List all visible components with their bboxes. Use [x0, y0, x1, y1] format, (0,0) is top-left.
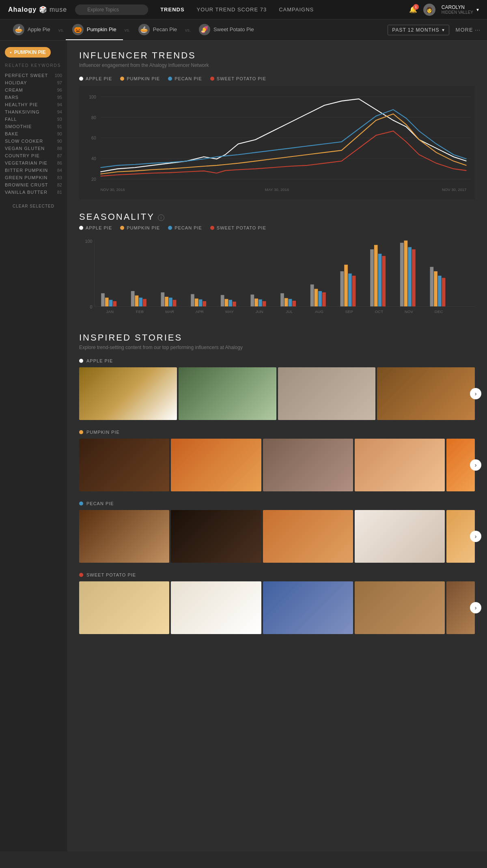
story-image[interactable]: [171, 439, 261, 491]
nav-trends[interactable]: TRENDS: [160, 6, 184, 13]
story-image[interactable]: [278, 367, 376, 420]
keyword-row[interactable]: VEGETARIAN PIE 86: [5, 159, 62, 167]
story-image[interactable]: [171, 581, 261, 634]
next-button-pumpkin[interactable]: ›: [470, 459, 481, 471]
more-button[interactable]: MORE ···: [456, 27, 481, 33]
tab-pumpkin-pie-img: 🎃: [72, 24, 84, 35]
influencer-trends-chart: 100 80 60 40 20 NOV 30, 2016 MAY 30, 201…: [79, 86, 475, 199]
story-image[interactable]: [79, 439, 169, 491]
next-button-sweet[interactable]: ›: [470, 602, 481, 613]
keyword-row[interactable]: BARS 95: [5, 94, 62, 101]
vs-label-1: vs.: [57, 28, 66, 32]
keyword-name: VANILLA BUTTER: [5, 190, 47, 195]
keyword-name: VEGETARIAN PIE: [5, 161, 47, 165]
svg-rect-55: [322, 292, 326, 306]
story-image[interactable]: [171, 510, 261, 563]
logo[interactable]: Ahalogy 🎲 muse: [8, 6, 67, 13]
svg-rect-32: [191, 294, 194, 306]
svg-rect-28: [165, 297, 168, 306]
svg-rect-35: [203, 301, 206, 306]
influencer-trends-title: INFLUENCER TRENDS: [79, 50, 475, 61]
bar-chart-svg: 100 0 JAN FEB: [79, 235, 475, 316]
notifications-bell[interactable]: 🔔 1: [409, 6, 417, 13]
svg-rect-38: [225, 299, 228, 306]
svg-text:MAR: MAR: [165, 309, 174, 314]
svg-rect-29: [169, 298, 172, 306]
keyword-row[interactable]: BROWNIE CRUST 82: [5, 181, 62, 189]
keyword-row[interactable]: BITTER PUMPKIN 84: [5, 167, 62, 174]
legend-label-pecan: PECAN PIE: [175, 76, 202, 81]
story-image[interactable]: [179, 367, 276, 420]
keyword-name: HOLIDAY: [5, 80, 27, 85]
next-button-pecan[interactable]: ›: [470, 531, 481, 542]
keyword-row[interactable]: VANILLA BUTTER 81: [5, 189, 62, 196]
keyword-name: FALL: [5, 117, 17, 122]
legend-dot-pumpkin: [120, 77, 124, 81]
svg-rect-67: [400, 243, 404, 306]
seas-label-pecan: PECAN PIE: [175, 225, 202, 230]
keyword-row[interactable]: HOLIDAY 97: [5, 79, 62, 86]
keyword-score: 87: [57, 153, 62, 158]
story-image[interactable]: [79, 581, 169, 634]
keyword-row[interactable]: HEALTHY PIE 94: [5, 101, 62, 108]
keyword-score: 86: [57, 161, 62, 165]
svg-rect-52: [310, 285, 314, 306]
svg-rect-23: [135, 296, 139, 306]
svg-rect-73: [434, 271, 437, 306]
info-icon[interactable]: i: [158, 214, 164, 221]
keyword-row[interactable]: BAKE 90: [5, 130, 62, 137]
story-images-sweet: ›: [79, 581, 475, 634]
tab-sweet-potato-pie[interactable]: 🍠 Sweet Potato Pie: [192, 19, 261, 40]
svg-text:20: 20: [91, 177, 96, 182]
next-button-apple[interactable]: ›: [470, 388, 481, 399]
story-image[interactable]: [79, 510, 169, 563]
story-image[interactable]: [263, 581, 353, 634]
keyword-row[interactable]: COUNTRY PIE 87: [5, 152, 62, 159]
keyword-row[interactable]: VEGAN GLUTEN 88: [5, 145, 62, 152]
seas-label-apple: APPLE PIE: [86, 225, 112, 230]
legend-apple-pie: APPLE PIE: [79, 76, 112, 81]
keyword-row[interactable]: PERFECT SWEET 100: [5, 72, 62, 79]
svg-text:NOV: NOV: [405, 309, 414, 314]
svg-rect-20: [113, 301, 116, 306]
nav-trend-score[interactable]: YOUR TREND SCORE 73: [197, 6, 267, 13]
svg-rect-58: [344, 265, 348, 306]
keyword-score: 91: [57, 124, 62, 129]
svg-text:JUN: JUN: [256, 309, 263, 314]
keyword-row[interactable]: GREEN PUMPKIN 83: [5, 174, 62, 181]
seas-legend-apple: APPLE PIE: [79, 225, 112, 230]
svg-rect-22: [131, 291, 135, 306]
story-image[interactable]: [263, 439, 353, 491]
story-image[interactable]: [79, 367, 177, 420]
search-input[interactable]: [75, 4, 148, 15]
story-images-apple: ›: [79, 367, 475, 420]
keyword-row[interactable]: FALL 93: [5, 116, 62, 123]
keyword-name: GREEN PUMPKIN: [5, 175, 47, 180]
tab-pecan-pie[interactable]: 🥧 Pecan Pie: [132, 19, 183, 40]
nav-campaigns[interactable]: CAMPAIGNS: [279, 6, 314, 13]
clear-selected-button[interactable]: CLEAR SELECTED: [5, 204, 62, 208]
tab-pumpkin-pie[interactable]: 🎃 Pumpkin Pie: [66, 19, 123, 40]
time-filter[interactable]: PAST 12 MONTHS ▾: [388, 25, 449, 35]
user-info[interactable]: CAROLYN HIDDEN VALLEY ▾: [442, 4, 479, 15]
keyword-row[interactable]: SMOOTHIE 91: [5, 123, 62, 130]
story-image[interactable]: [355, 581, 445, 634]
story-image[interactable]: [355, 439, 445, 491]
tab-apple-pie[interactable]: 🥧 Apple Pie: [6, 19, 57, 40]
keyword-name: THANKSIVING: [5, 109, 40, 114]
keyword-score: 84: [57, 168, 62, 173]
keyword-score: 90: [57, 131, 62, 136]
svg-rect-50: [292, 301, 296, 306]
keyword-name: HEALTHY PIE: [5, 102, 38, 107]
keyword-row[interactable]: SLOW COOKER 90: [5, 137, 62, 145]
story-image[interactable]: [263, 510, 353, 563]
selected-keyword-pill[interactable]: PUMPKIN PIE: [5, 47, 51, 58]
story-group-label-sweet: SWEET POTATO PIE: [79, 572, 475, 577]
keyword-row[interactable]: THANKSIVING 94: [5, 108, 62, 116]
svg-rect-54: [318, 291, 322, 306]
svg-text:80: 80: [91, 115, 96, 120]
keyword-name: COUNTRY PIE: [5, 153, 40, 158]
keyword-row[interactable]: CREAM 96: [5, 86, 62, 94]
story-image[interactable]: [377, 367, 475, 420]
story-image[interactable]: [355, 510, 445, 563]
